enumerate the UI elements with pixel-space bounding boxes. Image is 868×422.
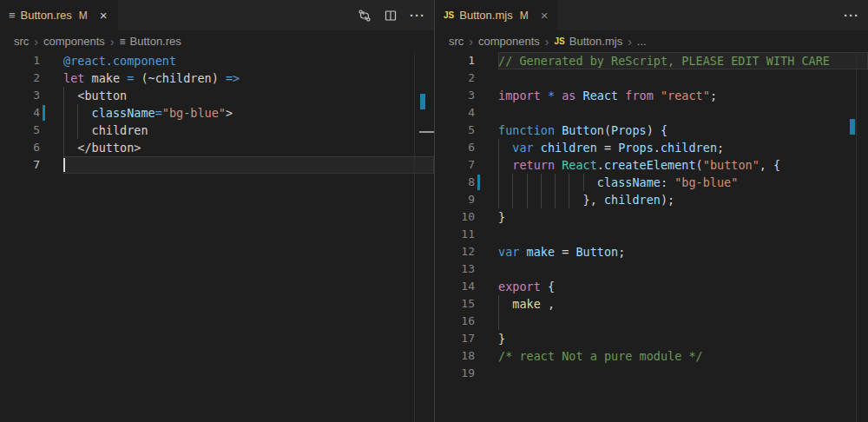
code-token: // Generated by ReScript, PLEASE EDIT WI… bbox=[498, 54, 830, 68]
code-line[interactable]: 7 bbox=[0, 156, 434, 174]
line-number[interactable]: 3 bbox=[0, 87, 40, 104]
line-number[interactable]: 14 bbox=[435, 278, 475, 295]
line-number[interactable]: 16 bbox=[435, 313, 475, 330]
breadcrumb-item[interactable]: src bbox=[449, 35, 464, 48]
breadcrumb-item[interactable]: src bbox=[14, 35, 29, 48]
line-number[interactable]: 12 bbox=[435, 243, 475, 260]
tab-button-mjs[interactable]: JS Button.mjs M × bbox=[435, 0, 558, 30]
line-number[interactable]: 18 bbox=[435, 347, 475, 365]
code-line[interactable]: 1// Generated by ReScript, PLEASE EDIT W… bbox=[435, 52, 868, 69]
line-number[interactable]: 5 bbox=[0, 122, 40, 139]
line-number[interactable]: 4 bbox=[435, 104, 475, 122]
line-number[interactable]: 6 bbox=[0, 139, 40, 156]
code-line-content bbox=[498, 313, 868, 330]
line-number[interactable]: 2 bbox=[0, 69, 40, 87]
tab-button-res[interactable]: ≡ Button.res M × bbox=[0, 0, 118, 30]
code-line[interactable]: 5function Button(Props) { bbox=[435, 122, 868, 139]
indent-guide bbox=[583, 174, 584, 191]
close-icon[interactable]: × bbox=[98, 9, 109, 22]
more-actions-icon[interactable]: ··· bbox=[410, 8, 425, 23]
line-number[interactable]: 7 bbox=[0, 156, 40, 174]
code-line[interactable]: 12var make = Button; bbox=[435, 243, 868, 260]
code-token: React bbox=[562, 158, 597, 172]
line-number[interactable]: 2 bbox=[435, 69, 475, 87]
gutter-modified-indicator bbox=[477, 175, 480, 190]
line-number[interactable]: 6 bbox=[435, 139, 475, 156]
line-number[interactable]: 7 bbox=[435, 156, 475, 174]
code-line[interactable]: 9 }, children); bbox=[435, 191, 868, 208]
line-number[interactable]: 13 bbox=[435, 260, 475, 278]
code-line[interactable]: 8 className: "bg-blue" bbox=[435, 174, 868, 191]
line-number[interactable]: 10 bbox=[435, 208, 475, 226]
indent-guide bbox=[498, 174, 499, 191]
breadcrumb-item[interactable]: ... bbox=[637, 35, 647, 48]
line-number[interactable]: 11 bbox=[435, 226, 475, 243]
breadcrumb-item[interactable]: components bbox=[478, 35, 540, 48]
line-number[interactable]: 1 bbox=[435, 52, 475, 69]
line-number[interactable]: 19 bbox=[435, 365, 475, 382]
code-line-content: let make = (~children) => bbox=[63, 69, 434, 87]
code-line[interactable]: 4 className="bg-blue"> bbox=[0, 104, 434, 122]
tab-bar: ≡ Button.res M × bbox=[0, 0, 434, 30]
overview-modified-marker bbox=[420, 94, 425, 109]
code-token: ; bbox=[710, 89, 717, 102]
code-line[interactable]: 14export { bbox=[435, 278, 868, 295]
code-token: children bbox=[661, 141, 717, 155]
indent-guide bbox=[63, 122, 64, 139]
code-line[interactable]: 18/* react Not a pure module */ bbox=[435, 347, 868, 365]
close-icon[interactable]: × bbox=[539, 9, 550, 22]
code-line[interactable]: 19 bbox=[435, 365, 868, 382]
code-editor-button-mjs[interactable]: 1// Generated by ReScript, PLEASE EDIT W… bbox=[435, 52, 868, 422]
code-token: Button bbox=[562, 123, 604, 137]
code-line[interactable]: 1@react.component bbox=[0, 52, 434, 69]
text-cursor bbox=[63, 158, 65, 172]
breadcrumb-item[interactable]: components bbox=[43, 35, 105, 48]
code-line[interactable]: 3 <button bbox=[0, 87, 434, 104]
line-number[interactable]: 3 bbox=[435, 87, 475, 104]
code-token: "react" bbox=[661, 89, 710, 102]
code-line[interactable]: 2let make = (~children) => bbox=[0, 69, 434, 87]
line-number[interactable]: 8 bbox=[435, 174, 475, 191]
code-line[interactable]: 6 </button> bbox=[0, 139, 434, 156]
line-number[interactable]: 4 bbox=[0, 104, 40, 122]
overview-modified-marker bbox=[850, 119, 855, 135]
breadcrumb-item[interactable]: ≡Button.res bbox=[120, 35, 181, 48]
code-line[interactable]: 6 var children = Props.children; bbox=[435, 139, 868, 156]
code-line[interactable]: 16 bbox=[435, 313, 868, 330]
code-token: make bbox=[527, 245, 556, 259]
line-number[interactable]: 15 bbox=[435, 295, 475, 313]
more-actions-icon[interactable]: ··· bbox=[844, 8, 859, 23]
code-line[interactable]: 15 make , bbox=[435, 295, 868, 313]
code-token: Button bbox=[575, 245, 618, 259]
code-line[interactable]: 7 return React.createElement("button", { bbox=[435, 156, 868, 174]
code-line[interactable]: 4 bbox=[435, 104, 868, 122]
code-token: <button bbox=[63, 89, 127, 102]
split-editor-icon[interactable] bbox=[384, 9, 398, 23]
code-line-content: // Generated by ReScript, PLEASE EDIT WI… bbox=[498, 52, 868, 69]
code-editor-button-res[interactable]: 1@react.component2let make = (~children)… bbox=[0, 52, 434, 422]
file-list-icon: ≡ bbox=[120, 36, 126, 48]
code-token: return bbox=[498, 158, 562, 172]
code-line[interactable]: 13 bbox=[435, 260, 868, 278]
code-token: "bg-blue" bbox=[674, 175, 738, 189]
code-token: ( bbox=[604, 123, 611, 137]
code-line[interactable]: 3import * as React from "react"; bbox=[435, 87, 868, 104]
breadcrumb-item[interactable]: JSButton.mjs bbox=[555, 35, 623, 48]
code-token: as bbox=[562, 89, 582, 102]
code-token: . bbox=[654, 141, 661, 155]
code-line[interactable]: 5 children bbox=[0, 122, 434, 139]
breadcrumb-separator: › bbox=[544, 35, 550, 49]
code-line[interactable]: 17} bbox=[435, 330, 868, 347]
code-line[interactable]: 10} bbox=[435, 208, 868, 226]
code-token: "button" bbox=[703, 158, 760, 172]
open-changes-icon[interactable] bbox=[358, 9, 372, 23]
line-number[interactable]: 17 bbox=[435, 330, 475, 347]
line-number[interactable]: 1 bbox=[0, 52, 40, 69]
code-line[interactable]: 2 bbox=[435, 69, 868, 87]
modified-badge: M bbox=[79, 10, 88, 22]
line-number[interactable]: 9 bbox=[435, 191, 475, 208]
code-line[interactable]: 11 bbox=[435, 226, 868, 243]
breadcrumb-label: Button.res bbox=[130, 35, 181, 48]
line-number[interactable]: 5 bbox=[435, 122, 475, 139]
code-token: make bbox=[84, 71, 127, 85]
